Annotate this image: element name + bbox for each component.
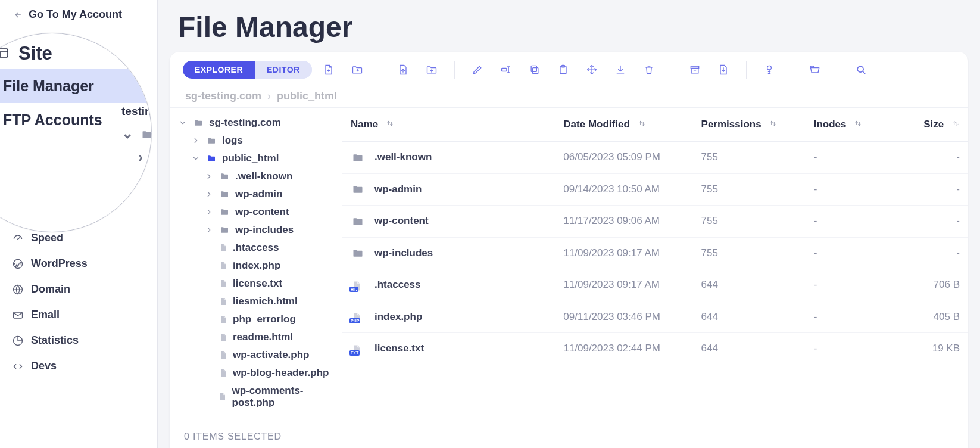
tree-label: wp-activate.php	[233, 349, 309, 361]
cell-permissions: 644	[693, 333, 806, 365]
breadcrumb-current[interactable]: public_html	[277, 90, 337, 102]
archive-button[interactable]	[683, 58, 707, 82]
table-row[interactable]: .well-known06/05/2023 05:09 PM755--	[342, 142, 968, 174]
rename-button[interactable]	[494, 58, 518, 82]
cell-permissions: 644	[693, 269, 806, 301]
new-folder-button[interactable]	[345, 58, 369, 82]
col-size[interactable]: Size	[923, 119, 944, 130]
tree-item[interactable]: logs	[170, 132, 342, 150]
table-row[interactable]: wp-content11/17/2023 09:06 AM755--	[342, 206, 968, 238]
tree-item[interactable]: index.php	[170, 257, 342, 275]
tree-root[interactable]: sg-testing.com	[170, 114, 342, 132]
paste-button[interactable]	[551, 58, 575, 82]
tree-item[interactable]: wp-includes	[170, 221, 342, 239]
chevron-down-icon[interactable]	[191, 154, 201, 163]
cell-size: 405 B	[893, 301, 968, 333]
tree-label: license.txt	[233, 278, 282, 290]
tree-item[interactable]: readme.html	[170, 328, 342, 346]
tree-item[interactable]: .well-known	[170, 167, 342, 185]
tree-label: wp-content	[235, 206, 289, 218]
file-icon: PHP	[351, 311, 365, 323]
search-button[interactable]	[849, 58, 873, 82]
sidebar-item-wordpress[interactable]: WordPress	[0, 251, 157, 276]
tree-item[interactable]: .htaccess	[170, 239, 342, 257]
tab-editor[interactable]: EDITOR	[255, 61, 312, 79]
chart-icon	[12, 335, 24, 347]
table-row[interactable]: PHPindex.php09/11/2023 03:46 PM644-405 B	[342, 301, 968, 333]
tree-label: liesmich.html	[233, 295, 298, 307]
delete-button[interactable]	[637, 58, 661, 82]
tree-item[interactable]: public_html	[170, 150, 342, 167]
chevron-right-icon[interactable]	[191, 136, 201, 145]
table-row[interactable]: wp-admin09/14/2023 10:50 AM755--	[342, 173, 968, 206]
sort-icon[interactable]	[951, 119, 960, 130]
tree-item[interactable]: wp-admin	[170, 185, 342, 203]
sort-icon[interactable]	[638, 119, 646, 130]
cell-inodes: -	[806, 173, 893, 206]
chevron-right-icon[interactable]	[204, 225, 214, 235]
back-icon[interactable]	[12, 10, 23, 20]
sidebar-item-devs[interactable]: Devs	[0, 353, 157, 379]
tab-explorer[interactable]: EXPLORER	[183, 61, 255, 79]
magnified-file-manager: File Manager	[0, 69, 152, 103]
cell-modified: 11/17/2023 09:06 AM	[555, 206, 692, 238]
chevron-right-icon[interactable]	[204, 189, 214, 199]
open-folder-button[interactable]	[803, 58, 827, 82]
chevron-right-icon[interactable]	[204, 172, 214, 181]
cell-permissions: 755	[693, 237, 806, 269]
file-icon	[219, 314, 228, 325]
edit-button[interactable]	[466, 58, 489, 82]
copy-button[interactable]	[523, 58, 547, 82]
file-icon: TXT	[351, 343, 365, 355]
tree-label: logs	[222, 135, 243, 147]
col-inodes[interactable]: Inodes	[814, 119, 847, 130]
folder-upload-button[interactable]	[420, 58, 444, 82]
sidebar-item-domain[interactable]: Domain	[0, 276, 157, 302]
tree-item[interactable]: liesmich.html	[170, 293, 342, 310]
tree-label: wp-blog-header.php	[233, 367, 329, 379]
sort-icon[interactable]	[769, 119, 777, 130]
move-button[interactable]	[580, 58, 604, 82]
cell-size: 706 B	[893, 269, 968, 301]
sidebar-item-email[interactable]: Email	[0, 302, 157, 328]
breadcrumb-root[interactable]: sg-testing.com	[185, 90, 261, 102]
file-icon	[219, 350, 228, 360]
back-account-link[interactable]: Go To My Account	[29, 8, 122, 21]
folder-icon	[351, 152, 365, 164]
download-button[interactable]	[608, 58, 632, 82]
tree-item[interactable]: wp-blog-header.php	[170, 364, 342, 382]
tree-label: .htaccess	[233, 242, 279, 254]
file-table-wrap: Name Date Modified Permissions	[342, 108, 968, 425]
table-row[interactable]: HT..htaccess11/09/2023 09:17 AM644-706 B	[342, 269, 968, 301]
view-tabs: EXPLORER EDITOR	[183, 61, 312, 79]
new-file-button[interactable]	[317, 58, 341, 82]
extract-button[interactable]	[711, 58, 735, 82]
file-name: wp-content	[374, 215, 429, 226]
sidebar-item-speed[interactable]: Speed	[0, 225, 157, 251]
sort-icon[interactable]	[854, 119, 862, 130]
col-name[interactable]: Name	[351, 119, 378, 130]
code-icon	[12, 360, 24, 372]
tree-label: wp-includes	[235, 224, 294, 236]
folder-icon	[219, 207, 230, 217]
file-upload-button[interactable]	[391, 58, 415, 82]
cell-permissions: 755	[693, 206, 806, 238]
sort-icon[interactable]	[386, 119, 394, 130]
file-name: .well-known	[374, 151, 432, 163]
file-name: wp-admin	[374, 183, 422, 195]
tree-item[interactable]: wp-content	[170, 203, 342, 221]
cell-size: -	[893, 173, 968, 206]
col-permissions[interactable]: Permissions	[701, 119, 761, 130]
permissions-button[interactable]	[757, 58, 781, 82]
table-row[interactable]: wp-includes11/09/2023 09:17 AM755--	[342, 237, 968, 269]
tree-item[interactable]: license.txt	[170, 275, 342, 293]
chevron-right-icon[interactable]	[204, 207, 214, 217]
cell-size: -	[893, 206, 968, 238]
sidebar-item-statistics[interactable]: Statistics	[0, 328, 157, 353]
tree-item[interactable]: wp-activate.php	[170, 346, 342, 364]
tree-item[interactable]: wp-comments-post.php	[170, 382, 342, 412]
col-modified[interactable]: Date Modified	[563, 119, 629, 130]
table-row[interactable]: TXTlicense.txt11/09/2023 02:44 PM644-19 …	[342, 333, 968, 365]
cell-size: -	[893, 237, 968, 269]
tree-item[interactable]: php_errorlog	[170, 310, 342, 328]
